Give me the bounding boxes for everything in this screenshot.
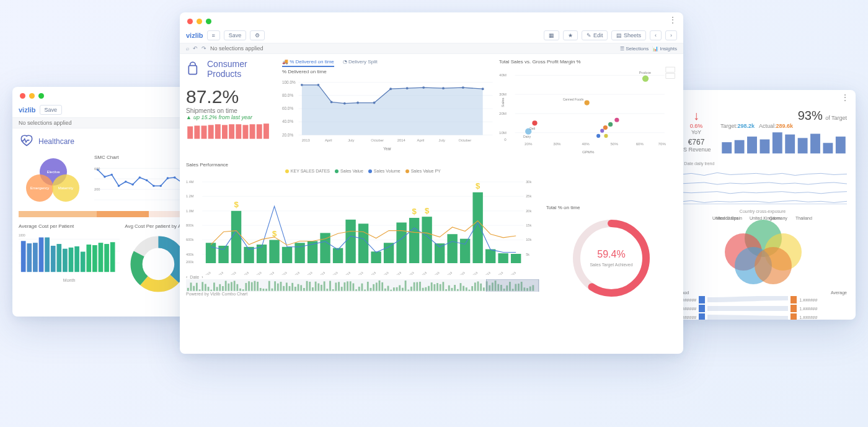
svg-rect-220: [228, 284, 229, 291]
gauge-title: Total % on time: [546, 205, 580, 210]
svg-text:1.4M: 1.4M: [186, 180, 194, 184]
grid-icon[interactable]: ▦: [544, 30, 559, 40]
tab-delivery-split[interactable]: ◔ Delivery Split: [343, 59, 378, 67]
tab-delivered[interactable]: 🚚 % Delivered on time: [282, 59, 334, 67]
more-icon[interactable]: ⋮: [841, 96, 849, 99]
maximize-icon[interactable]: [206, 19, 211, 24]
svg-rect-170: [460, 239, 470, 263]
venn-title: Country cross-exposure: [670, 209, 856, 214]
menu-button[interactable]: ≡: [207, 30, 220, 40]
avgcost-title: Average Cost per Patient: [19, 223, 120, 229]
svg-rect-222: [234, 281, 236, 290]
svg-rect-163: [371, 251, 381, 263]
svg-point-12: [153, 185, 155, 187]
selections-button[interactable]: ☰ Selections: [620, 46, 649, 52]
svg-rect-30: [69, 248, 74, 272]
svg-rect-47: [773, 132, 782, 153]
insights-button[interactable]: 📊 Insights: [652, 46, 677, 52]
next-icon[interactable]: ›: [665, 30, 677, 40]
svg-rect-267: [364, 289, 366, 290]
svg-rect-287: [422, 288, 424, 291]
selection-input[interactable]: [210, 45, 616, 52]
svg-rect-49: [798, 138, 808, 153]
svg-rect-291: [433, 284, 435, 291]
settings-button[interactable]: ⚙: [250, 30, 265, 40]
svg-rect-24: [33, 243, 38, 272]
svg-rect-274: [384, 289, 386, 291]
svg-rect-33: [86, 245, 91, 272]
svg-rect-242: [291, 283, 293, 291]
selection-input[interactable]: [19, 120, 192, 126]
svg-rect-276: [390, 290, 392, 291]
svg-rect-63: [242, 125, 248, 138]
svg-text:Deli: Deli: [529, 127, 535, 130]
svg-rect-227: [248, 281, 250, 290]
main-dashboard-window: ⋮ vizlib ≡ Save ⚙ ▦ ★ ✎ Edit ▤ Sheets ‹ …: [180, 12, 683, 354]
svg-point-8: [125, 181, 127, 183]
svg-point-11: [146, 179, 148, 182]
svg-rect-243: [294, 287, 296, 291]
avgcost-bar-chart: 1000: [19, 230, 120, 278]
svg-point-6: [110, 174, 113, 176]
svg-rect-29: [63, 249, 68, 272]
svg-rect-248: [309, 282, 311, 291]
minimize-icon[interactable]: [29, 93, 35, 99]
svg-rect-293: [440, 284, 441, 291]
yoy-value: 0.6%: [690, 123, 703, 129]
svg-rect-250: [315, 282, 317, 291]
back-icon[interactable]: ↶: [193, 45, 198, 52]
prev-icon[interactable]: ‹: [650, 30, 662, 40]
svg-rect-28: [56, 244, 61, 272]
legend-key-dates: KEY SALES DATES: [285, 169, 330, 173]
svg-rect-306: [477, 281, 479, 290]
metrics-window: ⋮ ↓ 0.6% YoY €767 IS Revenue 93% of Targ…: [670, 90, 856, 320]
save-button[interactable]: Save: [40, 105, 63, 115]
scatter-title: Total Sales vs. Gross Profit Margin %: [499, 59, 677, 65]
svg-text:20k: 20k: [526, 209, 531, 213]
svg-point-120: [604, 134, 608, 138]
svg-rect-299: [457, 289, 459, 291]
smc-line-chart: 600200: [94, 161, 192, 204]
svg-rect-62: [236, 124, 241, 138]
svg-rect-289: [428, 286, 430, 291]
svg-rect-265: [358, 287, 360, 291]
bookmark-icon[interactable]: ★: [563, 30, 578, 40]
heart-pulse-icon: [19, 133, 35, 150]
svg-rect-221: [231, 282, 232, 290]
svg-text:20%: 20%: [525, 142, 533, 146]
svg-text:60.0%: 60.0%: [282, 106, 293, 110]
sheets-button[interactable]: ▤ Sheets: [611, 30, 646, 40]
svg-rect-288: [425, 287, 427, 291]
svg-text:1.2M: 1.2M: [186, 194, 194, 198]
close-icon[interactable]: [187, 19, 193, 24]
svg-text:2014: 2014: [397, 138, 406, 142]
healthcare-venn: Elective Emergency Maternity: [19, 155, 87, 207]
svg-text:70%: 70%: [658, 142, 666, 146]
more-icon[interactable]: ⋮: [668, 19, 677, 21]
date-slider[interactable]: [186, 279, 540, 292]
minimize-icon[interactable]: [197, 19, 202, 24]
svg-rect-213: [208, 287, 210, 291]
page-title-text: Healthcare: [38, 137, 74, 146]
svg-point-9: [131, 183, 134, 186]
svg-rect-37: [110, 242, 115, 272]
svg-rect-51: [823, 143, 833, 153]
svg-rect-229: [254, 281, 255, 291]
edit-button[interactable]: ✎ Edit: [582, 30, 608, 40]
maximize-icon[interactable]: [38, 93, 44, 99]
close-icon[interactable]: [20, 93, 25, 99]
svg-rect-211: [202, 282, 203, 290]
toolbar: vizlib ≡ Save ⚙ ▦ ★ ✎ Edit ▤ Sheets ‹ ›: [180, 28, 683, 43]
svg-point-88: [482, 88, 484, 90]
fwd-icon[interactable]: ↷: [202, 45, 206, 52]
save-button[interactable]: Save: [224, 30, 247, 40]
svg-text:40.0%: 40.0%: [282, 119, 293, 124]
svg-rect-173: [498, 253, 508, 263]
svg-rect-271: [376, 282, 378, 290]
svg-rect-161: [345, 220, 355, 263]
target-value: 298.2k: [738, 123, 755, 129]
logo: vizlib: [19, 106, 36, 114]
svg-rect-245: [300, 285, 302, 290]
search-icon[interactable]: ⌕: [186, 45, 189, 52]
svg-rect-155: [269, 240, 279, 263]
